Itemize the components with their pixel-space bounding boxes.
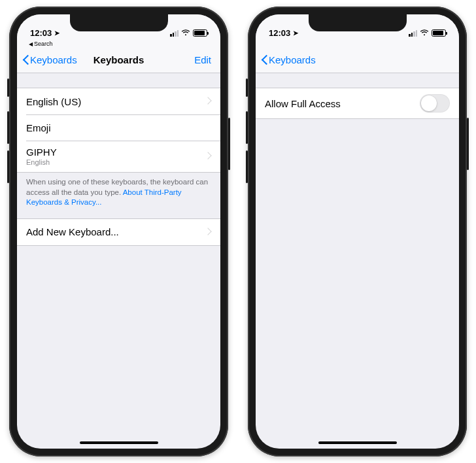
cell-label: Allow Full Access: [265, 98, 341, 109]
cell-label: Emoji: [26, 122, 51, 133]
nav-bar: Keyboards Keyboards Edit: [17, 47, 220, 73]
power-button: [467, 118, 469, 170]
location-icon: ➤: [54, 29, 60, 37]
screen-left: 12:03 ➤ ◀ Search Keyboards Keyboards Edi…: [17, 14, 220, 449]
mute-switch: [246, 78, 248, 97]
power-button: [228, 118, 230, 170]
chevron-right-icon: [207, 97, 211, 105]
cell-label: English (US): [26, 96, 81, 107]
chevron-right-icon: [207, 152, 211, 160]
breadcrumb-label: Search: [34, 41, 53, 47]
status-time: 12:03: [269, 28, 290, 38]
cell-label: GIPHY: [26, 146, 57, 158]
keyboards-group: English (US) Emoji GIPHY English: [17, 88, 220, 173]
screen-right: 12:03 ➤ Keyboards Allow Full Access: [256, 14, 459, 449]
nav-back-button[interactable]: Keyboards: [22, 54, 77, 66]
add-keyboard-group: Add New Keyboard...: [17, 218, 220, 246]
chevron-right-icon: [207, 228, 211, 236]
breadcrumb-back[interactable]: ◀ Search: [17, 39, 220, 47]
volume-down: [246, 150, 248, 183]
cell-sublabel: English: [26, 158, 57, 166]
toggle-knob: [421, 95, 437, 111]
volume-up: [246, 111, 248, 144]
cellular-icon: [170, 30, 178, 37]
keyboard-row-giphy[interactable]: GIPHY English: [17, 141, 220, 172]
nav-title: Keyboards: [94, 54, 144, 65]
content-area: English (US) Emoji GIPHY English When us…: [17, 73, 220, 246]
keyboard-row-emoji[interactable]: Emoji: [17, 114, 220, 141]
access-group: Allow Full Access: [256, 88, 459, 119]
content-area: Allow Full Access: [256, 73, 459, 119]
home-indicator[interactable]: [80, 441, 158, 444]
wifi-icon: [420, 28, 429, 38]
chevron-left-icon: [261, 54, 268, 66]
phone-right: 12:03 ➤ Keyboards Allow Full Access: [248, 7, 467, 456]
cell-label: Add New Keyboard...: [26, 226, 119, 237]
notch: [309, 14, 407, 31]
chevron-left-icon: [22, 54, 29, 66]
volume-up: [7, 111, 9, 144]
nav-back-label: Keyboards: [269, 54, 316, 65]
cellular-icon: [409, 30, 417, 37]
allow-full-access-toggle[interactable]: [420, 94, 450, 112]
breadcrumb-spacer: [256, 39, 459, 47]
wifi-icon: [181, 28, 190, 38]
notch: [70, 14, 168, 31]
nav-back-button[interactable]: Keyboards: [261, 54, 316, 66]
home-indicator[interactable]: [318, 441, 397, 444]
allow-full-access-row[interactable]: Allow Full Access: [256, 88, 459, 118]
group-footer: When using one of these keyboards, the k…: [17, 173, 220, 218]
edit-button[interactable]: Edit: [194, 54, 215, 65]
nav-bar: Keyboards: [256, 47, 459, 73]
nav-back-label: Keyboards: [30, 54, 77, 65]
battery-icon: [193, 29, 207, 37]
add-keyboard-row[interactable]: Add New Keyboard...: [17, 219, 220, 245]
volume-down: [7, 150, 9, 183]
keyboard-row-english[interactable]: English (US): [17, 88, 220, 114]
location-icon: ➤: [293, 29, 298, 37]
phone-left: 12:03 ➤ ◀ Search Keyboards Keyboards Edi…: [9, 7, 228, 456]
status-time: 12:03: [30, 28, 52, 38]
breadcrumb-arrow-icon: ◀: [29, 41, 33, 47]
mute-switch: [7, 78, 9, 97]
battery-icon: [432, 29, 446, 37]
